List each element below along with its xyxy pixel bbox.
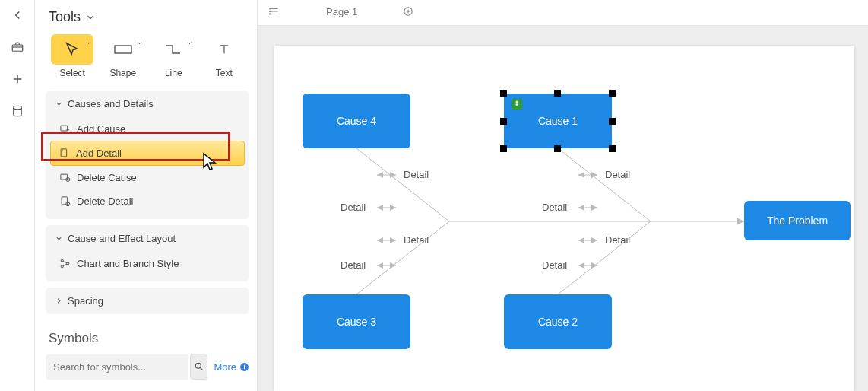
delete-cause-item[interactable]: Delete Cause	[46, 166, 249, 189]
page-surface[interactable]: Cause 4 Cause 1 Cause 3 Cause 2 The Prob…	[274, 46, 854, 391]
svg-point-16	[270, 14, 271, 14]
svg-marker-34	[377, 262, 383, 269]
chevron-down-icon	[85, 12, 96, 23]
chart-branch-style-item[interactable]: Chart and Branch Style	[46, 252, 249, 275]
database-icon[interactable]	[10, 103, 25, 119]
svg-rect-0	[12, 45, 23, 51]
tab-bar: Page 1	[258, 0, 868, 26]
tool-select-label: Select	[60, 68, 85, 78]
plus-circle-icon	[239, 362, 249, 372]
svg-rect-2	[115, 46, 131, 53]
svg-marker-29	[390, 205, 396, 211]
svg-point-12	[195, 363, 201, 368]
cause-2-node[interactable]: Cause 2	[504, 294, 612, 349]
svg-marker-40	[578, 205, 584, 211]
svg-marker-37	[578, 172, 584, 178]
svg-marker-19	[737, 218, 744, 225]
detail-label[interactable]: Detail	[404, 234, 429, 246]
panel-spacing-header[interactable]: Spacing	[46, 288, 249, 314]
tool-shape[interactable]: Shape	[98, 34, 149, 78]
svg-marker-31	[377, 237, 383, 243]
panel-causes-header[interactable]: Causes and Details	[46, 91, 249, 117]
tool-text-label: Text	[216, 68, 233, 78]
svg-marker-47	[591, 262, 597, 269]
left-rail	[0, 0, 35, 391]
tools-sidebar: Tools Select Shape	[35, 0, 258, 391]
svg-marker-44	[591, 237, 597, 243]
svg-line-21	[356, 221, 449, 294]
add-page-button[interactable]	[400, 3, 417, 23]
svg-marker-43	[578, 237, 584, 243]
tool-line[interactable]: Line	[148, 34, 199, 78]
symbol-search-input[interactable]	[46, 354, 188, 380]
plus-icon[interactable]	[10, 72, 25, 87]
detail-label[interactable]: Detail	[341, 202, 366, 213]
canvas-area: Page 1	[258, 0, 868, 391]
chevron-down-icon	[55, 234, 63, 243]
delete-detail-icon	[59, 196, 71, 207]
pages-list-icon[interactable]	[265, 3, 284, 22]
add-detail-icon	[59, 148, 70, 159]
tool-line-label: Line	[165, 68, 182, 78]
chevron-down-icon[interactable]	[186, 37, 193, 49]
detail-label[interactable]: Detail	[605, 234, 630, 246]
tool-row: Select Shape Line Text	[46, 34, 249, 78]
canvas[interactable]: Cause 4 Cause 1 Cause 3 Cause 2 The Prob…	[258, 26, 868, 391]
chevron-down-icon[interactable]	[136, 37, 143, 49]
more-link[interactable]: More	[214, 361, 249, 373]
cause-4-node[interactable]: Cause 4	[303, 94, 410, 148]
panel-spacing: Spacing	[46, 288, 249, 314]
svg-marker-35	[390, 262, 396, 269]
attachment-badge-icon[interactable]	[512, 99, 522, 110]
svg-line-20	[356, 148, 449, 221]
svg-marker-41	[591, 205, 597, 211]
detail-label[interactable]: Detail	[542, 202, 567, 213]
symbol-search-button[interactable]	[190, 354, 207, 380]
chevron-right-icon	[55, 297, 63, 305]
detail-label[interactable]: Detail	[542, 259, 567, 271]
svg-point-14	[270, 8, 271, 9]
svg-point-15	[270, 11, 271, 11]
add-cause-item[interactable]: Add Cause	[46, 117, 249, 141]
sidebar-title[interactable]: Tools	[46, 9, 249, 25]
detail-label[interactable]: Detail	[341, 259, 366, 271]
delete-cause-icon	[59, 172, 71, 183]
svg-line-23	[558, 221, 651, 294]
detail-label[interactable]: Detail	[605, 169, 630, 180]
cause-3-node[interactable]: Cause 3	[303, 294, 410, 349]
tool-text[interactable]: Text	[199, 34, 250, 78]
symbol-search-row: More	[46, 354, 249, 380]
chevron-down-icon	[55, 100, 63, 108]
branch-style-icon	[59, 258, 71, 269]
delete-detail-item[interactable]: Delete Detail	[46, 189, 249, 213]
problem-node[interactable]: The Problem	[744, 201, 851, 240]
toolbox-icon[interactable]	[10, 40, 25, 55]
add-detail-item[interactable]: Add Detail	[50, 141, 245, 166]
panel-layout: Cause and Effect Layout Chart and Branch…	[46, 225, 249, 281]
svg-marker-27	[377, 205, 383, 211]
back-icon[interactable]	[10, 8, 25, 23]
search-icon	[194, 361, 204, 372]
tab-page-1[interactable]: Page 1	[288, 0, 395, 25]
svg-point-1	[13, 106, 21, 110]
panel-causes-details: Causes and Details Add Cause Add Detail …	[46, 91, 249, 219]
svg-marker-25	[377, 172, 383, 178]
svg-rect-4	[61, 149, 67, 157]
sidebar-title-text: Tools	[49, 9, 81, 25]
panel-layout-header[interactable]: Cause and Effect Layout	[46, 225, 249, 252]
svg-line-22	[558, 148, 651, 221]
tool-shape-label: Shape	[109, 68, 136, 78]
symbols-heading: Symbols	[49, 331, 249, 346]
detail-label[interactable]: Detail	[404, 169, 429, 180]
svg-marker-46	[578, 262, 584, 269]
add-cause-icon	[59, 123, 71, 135]
tool-select[interactable]: Select	[47, 34, 98, 78]
chevron-down-icon[interactable]	[85, 37, 92, 49]
svg-rect-7	[62, 197, 68, 205]
svg-marker-32	[390, 237, 396, 243]
svg-rect-3	[61, 126, 68, 131]
